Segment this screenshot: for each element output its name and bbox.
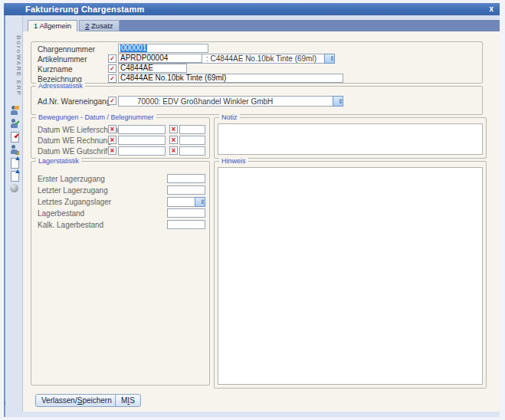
adnr-verify-icon[interactable]: ✓ bbox=[108, 97, 116, 105]
doc-upload-icon[interactable] bbox=[9, 158, 19, 168]
lagerbestand-label: Lagerbestand bbox=[38, 209, 84, 218]
artikelnummer-input[interactable]: APRDP00004 bbox=[118, 54, 202, 63]
app-window: Fakturierung Chargenstamm x BüroWARE ERP… bbox=[4, 3, 500, 417]
titlebar[interactable]: Fakturierung Chargenstamm x bbox=[4, 3, 500, 15]
gutschrift-datum-input[interactable] bbox=[118, 146, 166, 156]
sidebar-toolbar bbox=[5, 106, 22, 195]
artikelnummer-combo[interactable]: APRDP00004 : C4844AE No.10bk Tinte (69ml… bbox=[118, 54, 335, 64]
tab-zusatz[interactable]: 2 Zusatz bbox=[79, 20, 119, 31]
zugangslager-dropdown-icon[interactable]: ⇕ bbox=[195, 197, 205, 207]
lieferschein-datum-input[interactable] bbox=[118, 125, 166, 134]
tab-zusatz-label: Zusatz bbox=[89, 21, 113, 30]
datum-we-lieferschein-label: Datum WE Lieferschein bbox=[38, 126, 118, 135]
gutschrift-beleg-clear-icon[interactable]: × bbox=[169, 146, 178, 155]
sphere-icon[interactable] bbox=[10, 184, 18, 192]
kalk-lagerbestand-input[interactable] bbox=[167, 220, 205, 229]
doc-upload2-icon[interactable] bbox=[9, 171, 19, 181]
notiz-legend: Notiz bbox=[219, 113, 240, 122]
tab-allgemein-label: 1 Allgemein bbox=[34, 21, 71, 30]
datum-we-gutschrift-label: Datum WE Gutschrift bbox=[38, 147, 110, 156]
artikelnummer-description: : C4844AE No.10bk Tinte (69ml) bbox=[206, 54, 316, 64]
bewegungen-group: Bewegungen - Datum / Belegnummer Datum W… bbox=[31, 117, 210, 159]
general-group: Chargennummer 000001 Artikelnummer ✓ APR… bbox=[31, 41, 483, 84]
letzter-lagerzugang-label: Letzter Lagerzugang bbox=[38, 186, 108, 195]
person-chat-icon[interactable] bbox=[9, 106, 19, 116]
adressstatistik-legend: Adressstatistik bbox=[36, 82, 85, 90]
kalk-lagerbestand-label: Kalk. Lagerbestand bbox=[38, 221, 103, 230]
erster-lagerzugang-label: Erster Lagerzugang bbox=[38, 175, 105, 184]
adnr-wareneingang-combo[interactable]: 70000: EDV Großhandel Winkler GmbH ⇕ bbox=[118, 96, 343, 107]
erster-lagerzugang-input[interactable] bbox=[167, 174, 205, 183]
letztes-zugangslager-combo[interactable]: ⇕ bbox=[167, 197, 205, 207]
adnr-dropdown-icon[interactable]: ⇕ bbox=[333, 96, 343, 107]
lagerbestand-input[interactable] bbox=[167, 208, 205, 218]
bezeichnung-input[interactable]: C4844AE No.10bk Tinte (69ml) bbox=[118, 74, 343, 83]
adnr-wareneingang-label: Ad.Nr. Wareneingang bbox=[38, 97, 110, 107]
doc-check-icon[interactable] bbox=[9, 132, 19, 142]
content-area: 1 Allgemein 2 Zusatz Chargennummer 00000… bbox=[23, 15, 500, 412]
notiz-textarea[interactable] bbox=[218, 123, 483, 155]
artikelnummer-verify-icon[interactable]: ✓ bbox=[108, 54, 116, 63]
kurzname-verify-icon[interactable]: ✓ bbox=[108, 64, 116, 73]
kurzname-input[interactable]: C4844AE bbox=[118, 64, 187, 73]
close-icon[interactable]: x bbox=[489, 5, 494, 13]
verlassen-speichern-button[interactable]: Verlassen/Speichern bbox=[35, 394, 118, 407]
rechnung-datum-input[interactable] bbox=[118, 136, 166, 145]
brand-vertical-text: BüroWARE ERP bbox=[5, 20, 22, 112]
datum-we-rechnung-label: Datum WE Rechnung bbox=[38, 136, 112, 146]
rechnung-beleg-input[interactable] bbox=[179, 136, 205, 145]
form-panel: Chargennummer 000001 Artikelnummer ✓ APR… bbox=[23, 31, 500, 412]
bewegungen-legend: Bewegungen - Datum / Belegnummer bbox=[36, 113, 156, 122]
window-title: Fakturierung Chargenstamm bbox=[25, 5, 144, 14]
chargennummer-value: 000001 bbox=[120, 44, 147, 52]
tab-band-fill bbox=[120, 20, 500, 31]
adnr-wareneingang-value: 70000: EDV Großhandel Winkler GmbH bbox=[137, 97, 273, 107]
artikelnummer-dropdown-icon[interactable]: ⇕ bbox=[324, 54, 335, 64]
mis-button[interactable]: MIS bbox=[115, 394, 141, 407]
chargennummer-label: Chargennummer bbox=[38, 45, 95, 54]
artikelnummer-label: Artikelnummer bbox=[38, 55, 87, 64]
kurzname-label: Kurzname bbox=[38, 65, 73, 74]
bezeichnung-verify-icon[interactable]: ✓ bbox=[108, 74, 116, 83]
lieferschein-beleg-input[interactable] bbox=[179, 125, 205, 134]
person-check-icon[interactable] bbox=[9, 119, 19, 129]
gutschrift-beleg-input[interactable] bbox=[179, 146, 205, 156]
gutschrift-datum-clear-icon[interactable]: × bbox=[108, 146, 116, 155]
hinweis-textarea[interactable] bbox=[218, 167, 483, 385]
lieferschein-datum-clear-icon[interactable]: × bbox=[108, 125, 116, 133]
chargennummer-input[interactable]: 000001 bbox=[118, 44, 208, 53]
rechnung-datum-clear-icon[interactable]: × bbox=[108, 136, 116, 144]
letztes-zugangslager-label: Letztes Zugangslager bbox=[38, 198, 111, 207]
lieferschein-beleg-clear-icon[interactable]: × bbox=[169, 125, 178, 133]
sidebar: BüroWARE ERP bbox=[5, 15, 23, 412]
hinweis-group: Hinweis bbox=[214, 161, 487, 389]
rechnung-beleg-clear-icon[interactable]: × bbox=[169, 136, 178, 144]
person-box-icon[interactable] bbox=[9, 145, 19, 155]
lagerstatistik-group: Lagerstatistik Erster Lagerzugang Letzte… bbox=[31, 161, 210, 386]
tab-row: 1 Allgemein 2 Zusatz bbox=[23, 15, 500, 31]
lagerstatistik-legend: Lagerstatistik bbox=[36, 157, 81, 166]
letzter-lagerzugang-input[interactable] bbox=[167, 185, 205, 195]
notiz-group: Notiz bbox=[214, 117, 487, 159]
adressstatistik-group: Adressstatistik Ad.Nr. Wareneingang ✓ 70… bbox=[31, 86, 483, 115]
hinweis-legend: Hinweis bbox=[219, 157, 248, 166]
tab-allgemein[interactable]: 1 Allgemein bbox=[28, 20, 77, 31]
